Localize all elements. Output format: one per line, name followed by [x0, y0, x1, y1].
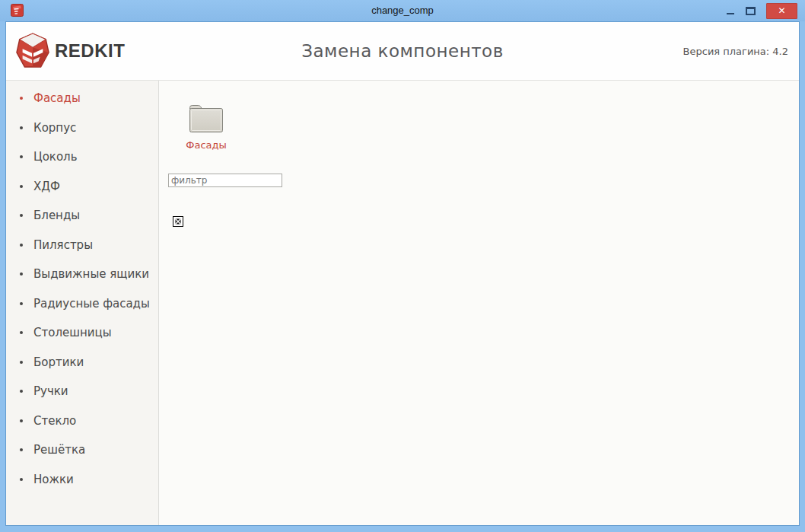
bullet-icon [20, 419, 23, 422]
bullet-icon [20, 155, 23, 158]
maximize-icon [746, 7, 756, 15]
filter-input[interactable] [168, 174, 282, 187]
bullet-icon [20, 331, 23, 334]
plugin-version-label: Версия плагина: 4.2 [683, 46, 788, 57]
category-sidebar: Фасады Корпус Цоколь ХДФ Бленды Пилястры… [6, 81, 159, 525]
sidebar-item-tsokol[interactable]: Цоколь [6, 142, 158, 172]
maximize-button[interactable] [740, 2, 760, 19]
bullet-icon [20, 126, 23, 129]
bullet-icon [20, 302, 23, 305]
window-controls: ✕ [721, 0, 797, 21]
sidebar-item-pilyastry[interactable]: Пилястры [6, 231, 158, 260]
bullet-icon [20, 244, 23, 247]
category-list: Фасады Корпус Цоколь ХДФ Бленды Пилястры… [6, 84, 158, 494]
sidebar-item-blendy[interactable]: Бленды [6, 201, 158, 231]
sidebar-item-nozhki[interactable]: Ножки [6, 465, 158, 495]
page-title: Замена компонентов [6, 41, 799, 61]
broken-image-icon [173, 216, 183, 227]
folder-icon [188, 102, 224, 134]
minimize-button[interactable] [721, 2, 740, 19]
close-button[interactable]: ✕ [766, 3, 797, 19]
sidebar-item-reshetka[interactable]: Решётка [6, 435, 158, 465]
bullet-icon [20, 448, 23, 451]
app-header: REDKIT Замена компонентов Версия плагина… [6, 22, 799, 81]
app-body: Фасады Корпус Цоколь ХДФ Бленды Пилястры… [6, 81, 799, 525]
sidebar-item-vydvizhnye-yashchiki[interactable]: Выдвижные ящики [6, 260, 158, 289]
sidebar-item-hdf[interactable]: ХДФ [6, 172, 158, 202]
folder-label: Фасады [186, 139, 227, 151]
bullet-icon [20, 97, 23, 100]
bullet-icon [20, 478, 23, 481]
main-panel: Фасады [159, 81, 799, 525]
sidebar-item-ruchki[interactable]: Ручки [6, 377, 158, 406]
bullet-icon [20, 185, 23, 188]
minimize-icon [727, 13, 734, 14]
sidebar-item-fasady[interactable]: Фасады [6, 84, 158, 113]
window-title: change_comp [0, 0, 805, 21]
folder-item-fasady[interactable]: Фасады [187, 102, 225, 151]
close-icon: ✕ [778, 5, 785, 16]
sidebar-item-stoleshnitsy[interactable]: Столешницы [6, 318, 158, 348]
window-content: REDKIT Замена компонентов Версия плагина… [5, 21, 800, 526]
bullet-icon [20, 272, 23, 276]
sidebar-item-korpus[interactable]: Корпус [6, 113, 158, 143]
app-window: change_comp ✕ REDKIT Замен [0, 0, 805, 532]
sidebar-item-steklo[interactable]: Стекло [6, 406, 158, 436]
sidebar-item-radiusnye-fasady[interactable]: Радиусные фасады [6, 289, 158, 319]
bullet-icon [20, 214, 23, 217]
titlebar[interactable]: change_comp ✕ [0, 0, 805, 21]
bullet-icon [20, 390, 23, 393]
bullet-icon [20, 361, 23, 364]
sidebar-item-bortiki[interactable]: Бортики [6, 348, 158, 377]
